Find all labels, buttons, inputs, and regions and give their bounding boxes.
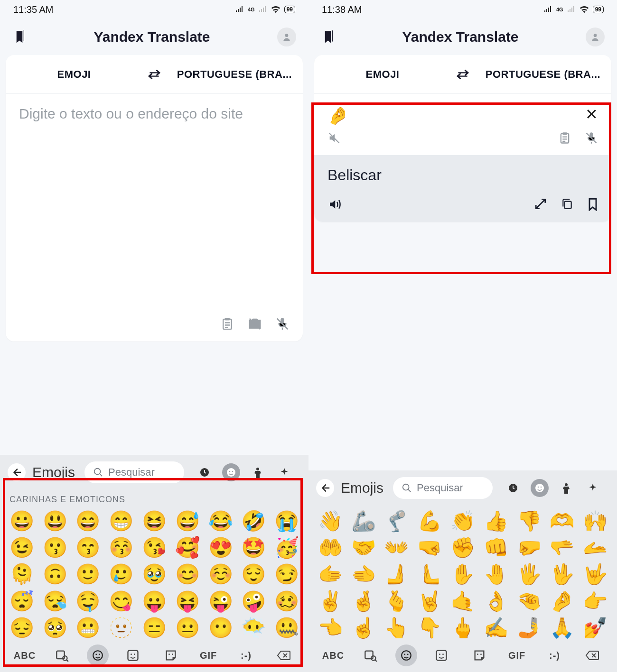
emoji-cell[interactable]: 🤝 (348, 537, 379, 559)
emoji-cell[interactable]: 😶 (206, 617, 236, 639)
emoji-cell[interactable]: 😆 (139, 510, 169, 532)
emoji-cell[interactable]: 😏 (271, 563, 302, 585)
swap-button[interactable] (142, 69, 166, 80)
backspace-icon[interactable] (271, 644, 297, 666)
emoji-cell[interactable]: 😔 (7, 617, 37, 639)
emoji-cell[interactable]: 😃 (40, 510, 70, 532)
emoji-cell[interactable]: 🤚 (481, 563, 511, 585)
emoji-cell[interactable]: 🤣 (238, 510, 269, 532)
emoji-cell[interactable]: ☝️ (348, 617, 379, 639)
paste-icon[interactable] (220, 317, 234, 331)
emoji-cell[interactable]: 😌 (238, 563, 269, 585)
cat-nature-icon[interactable] (584, 479, 602, 497)
emoji-cell[interactable]: 🫶 (547, 510, 577, 532)
sticker-search-icon[interactable] (49, 644, 75, 666)
emoji-cell[interactable]: 😗 (40, 537, 70, 559)
sticker2-icon[interactable] (120, 644, 146, 666)
emoji-cell[interactable]: 👊 (481, 537, 511, 559)
mic-off-icon[interactable] (275, 317, 290, 331)
emoji-cell[interactable]: 😪 (40, 590, 70, 612)
emoji-cell[interactable]: 👎 (514, 510, 544, 532)
emoji-cell[interactable]: 🤙 (448, 590, 478, 612)
emoji-cell[interactable]: 🦾 (348, 510, 379, 532)
paste-icon[interactable] (558, 131, 571, 145)
clear-button[interactable]: ✕ (585, 104, 598, 125)
emoji-cell[interactable]: 😴 (7, 590, 37, 612)
emoji-cell[interactable]: ✋ (448, 563, 478, 585)
cat-people-icon[interactable] (557, 479, 575, 497)
emoji-cell[interactable]: 🥴 (271, 590, 302, 612)
swap-button[interactable] (451, 69, 475, 80)
sticker-search-icon[interactable] (357, 644, 384, 666)
copy-icon[interactable] (561, 198, 573, 211)
emoji-cell[interactable]: 🤐 (271, 617, 302, 639)
emoji-cell[interactable]: 🖕 (448, 617, 478, 639)
emoji-cell[interactable]: 🤤 (73, 590, 103, 612)
emoji-cell[interactable]: 😂 (206, 510, 236, 532)
cat-recent-icon[interactable] (196, 463, 214, 481)
text-input[interactable]: Digite o texto ou o endereço do site (6, 94, 303, 312)
emoji-cell[interactable]: 🤏 (514, 590, 544, 612)
emoji-cell[interactable]: 🙂 (73, 563, 103, 585)
camera-off-icon[interactable] (248, 317, 262, 331)
back-button[interactable] (316, 479, 334, 497)
gif-button[interactable]: GIF (504, 644, 530, 666)
emoji-cell[interactable]: 👏 (448, 510, 478, 532)
profile-avatar[interactable] (586, 28, 605, 46)
cat-nature-icon[interactable] (275, 463, 293, 481)
emoji-cell[interactable]: 🤪 (238, 590, 269, 612)
emoji-cell[interactable]: 😭 (271, 510, 302, 532)
lang-from[interactable]: EMOJI (314, 68, 451, 81)
emoji-cell[interactable]: 🥺 (40, 617, 70, 639)
emoji-cell[interactable]: 👌 (481, 590, 511, 612)
emoji-cell[interactable]: ✍️ (481, 617, 511, 639)
emoji-cell[interactable]: 🙌 (580, 510, 610, 532)
emoji-cell[interactable]: 🫥 (106, 617, 136, 639)
emoji-tab-icon[interactable] (395, 644, 417, 666)
bookmark-icon[interactable] (588, 198, 598, 211)
emoji-cell[interactable]: 🤘 (414, 590, 445, 612)
emoji-cell[interactable]: 🥰 (172, 537, 203, 559)
emoji-cell[interactable]: 😶‍🌫️ (238, 617, 269, 639)
emoji-cell[interactable]: 🙃 (40, 563, 70, 585)
emoji-cell[interactable]: 😚 (106, 537, 136, 559)
cat-smileys-icon[interactable] (222, 463, 240, 481)
emoji-cell[interactable]: 🫲 (348, 563, 379, 585)
emoji-cell[interactable]: 🫴 (580, 537, 610, 559)
emoji-cell[interactable]: 😋 (106, 590, 136, 612)
bookmarks-icon[interactable] (12, 30, 27, 44)
emoji-tab-icon[interactable] (87, 644, 109, 666)
emoji-cell[interactable]: 😊 (172, 563, 203, 585)
emoji-cell[interactable]: 😀 (7, 510, 37, 532)
lang-to[interactable]: PORTUGUESE (BRA... (166, 68, 303, 81)
emoji-cell[interactable]: 🤌 (547, 590, 577, 612)
back-button[interactable] (8, 463, 26, 481)
emoji-cell[interactable]: 🤳 (514, 617, 544, 639)
emoji-cell[interactable]: 😘 (139, 537, 169, 559)
lang-to[interactable]: PORTUGUESE (BRA... (475, 68, 611, 81)
text-input[interactable]: 🤌 ✕ (314, 94, 611, 129)
emoji-cell[interactable]: 🤛 (514, 537, 544, 559)
emoji-cell[interactable]: 🦿 (382, 510, 412, 532)
backspace-icon[interactable] (579, 644, 606, 666)
cat-recent-icon[interactable] (504, 479, 522, 497)
speaker-off-icon[interactable] (327, 131, 341, 145)
emoji-cell[interactable]: 🖖 (547, 563, 577, 585)
emoji-cell[interactable]: 🙏 (547, 617, 577, 639)
emoji-cell[interactable]: 😙 (73, 537, 103, 559)
emoji-cell[interactable]: 👇 (414, 617, 445, 639)
emoji-cell[interactable]: ✌️ (315, 590, 346, 612)
emoji-cell[interactable]: 🥹 (139, 563, 169, 585)
emoji-cell[interactable]: 😁 (106, 510, 136, 532)
emoji-cell[interactable]: ☺️ (206, 563, 236, 585)
bookmarks-icon[interactable] (321, 30, 335, 44)
emoji-cell[interactable]: 🫸 (382, 563, 412, 585)
emoji-cell[interactable]: 🥲 (106, 563, 136, 585)
emoji-cell[interactable]: 👍 (481, 510, 511, 532)
emoji-cell[interactable]: 🤜 (414, 537, 445, 559)
emoji-cell[interactable]: 🤩 (238, 537, 269, 559)
emoji-cell[interactable]: 😄 (73, 510, 103, 532)
emoji-cell[interactable]: 😛 (139, 590, 169, 612)
emoji-cell[interactable]: 👈 (315, 617, 346, 639)
emoji-cell[interactable]: 🤟 (580, 563, 610, 585)
